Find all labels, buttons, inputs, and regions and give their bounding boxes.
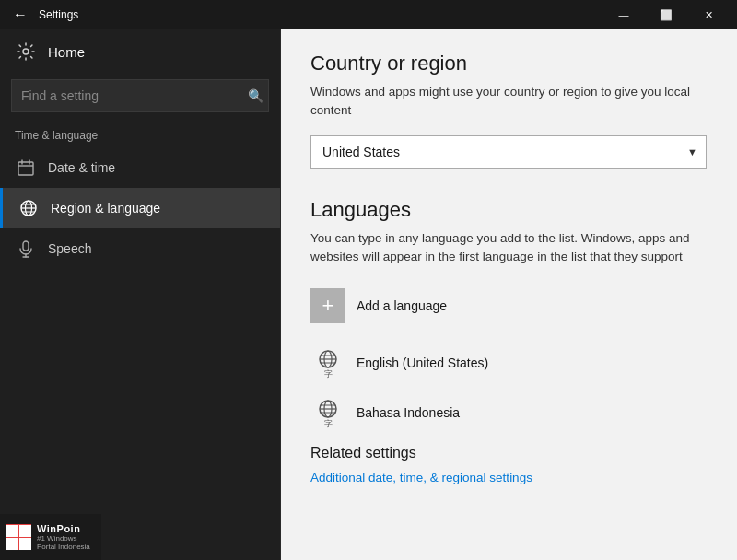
additional-date-time-link[interactable]: Additional date, time, & regional settin… bbox=[310, 471, 708, 484]
date-time-label: Date & time bbox=[48, 160, 115, 175]
watermark-text: WinPoin #1 Windows Portal Indonesia bbox=[37, 523, 96, 551]
add-language-button[interactable]: + Add a language bbox=[310, 281, 708, 331]
logo-icon bbox=[6, 524, 31, 550]
home-icon bbox=[15, 41, 37, 63]
sidebar-section-label: Time & language bbox=[0, 118, 280, 147]
add-icon: + bbox=[310, 288, 345, 323]
languages-desc: You can type in any language you add to … bbox=[310, 229, 708, 267]
country-dropdown[interactable]: United States Indonesia United Kingdom A… bbox=[310, 135, 707, 169]
close-button[interactable]: ✕ bbox=[687, 0, 730, 29]
minimize-button[interactable]: — bbox=[602, 0, 645, 29]
country-region-desc: Windows and apps might use your country … bbox=[310, 83, 708, 121]
app-body: Home 🔍 Time & language Date & time bbox=[0, 29, 737, 560]
watermark-name: WinPoin bbox=[37, 523, 96, 534]
sidebar-item-date-time[interactable]: Date & time bbox=[0, 147, 280, 188]
language-item-english[interactable]: 字 English (United States) bbox=[310, 338, 708, 388]
bahasa-language-icon: 字 bbox=[310, 395, 345, 430]
mic-icon bbox=[15, 238, 37, 260]
sidebar-item-region-language[interactable]: Region & language bbox=[0, 188, 280, 228]
related-settings-title: Related settings bbox=[310, 445, 708, 461]
main-panel: Country or region Windows and apps might… bbox=[281, 29, 737, 560]
sidebar: Home 🔍 Time & language Date & time bbox=[0, 29, 281, 560]
region-icon bbox=[18, 197, 40, 219]
home-label: Home bbox=[48, 44, 85, 60]
window-title: Settings bbox=[39, 8, 602, 21]
svg-text:字: 字 bbox=[324, 369, 333, 379]
sidebar-home[interactable]: Home bbox=[0, 29, 280, 74]
search-container: 🔍 bbox=[0, 74, 280, 118]
languages-title: Languages bbox=[310, 198, 708, 222]
calendar-icon bbox=[15, 157, 37, 179]
close-icon: ✕ bbox=[705, 9, 713, 21]
english-us-label: English (United States) bbox=[357, 356, 488, 370]
back-icon: ← bbox=[13, 6, 28, 23]
svg-text:字: 字 bbox=[324, 419, 333, 428]
sidebar-item-speech[interactable]: Speech bbox=[0, 228, 280, 269]
speech-label: Speech bbox=[48, 241, 91, 256]
maximize-icon: ⬜ bbox=[660, 9, 673, 21]
svg-rect-1 bbox=[18, 162, 33, 175]
search-input[interactable] bbox=[11, 79, 269, 112]
maximize-button[interactable]: ⬜ bbox=[645, 0, 687, 29]
search-icon[interactable]: 🔍 bbox=[248, 88, 263, 103]
svg-point-0 bbox=[23, 49, 29, 54]
watermark-subtitle: #1 Windows Portal Indonesia bbox=[37, 534, 96, 551]
region-language-label: Region & language bbox=[51, 201, 160, 216]
watermark: WinPoin #1 Windows Portal Indonesia bbox=[0, 514, 101, 560]
language-item-bahasa[interactable]: 字 Bahasa Indonesia bbox=[310, 388, 708, 438]
back-button[interactable]: ← bbox=[7, 2, 33, 28]
window-controls: — ⬜ ✕ bbox=[602, 0, 730, 29]
minimize-icon: — bbox=[619, 9, 629, 20]
add-language-label: Add a language bbox=[357, 298, 447, 313]
country-dropdown-container: United States Indonesia United Kingdom A… bbox=[310, 135, 708, 169]
bahasa-indonesia-label: Bahasa Indonesia bbox=[357, 405, 460, 420]
title-bar: ← Settings — ⬜ ✕ bbox=[0, 0, 737, 29]
country-region-title: Country or region bbox=[310, 52, 708, 76]
svg-rect-10 bbox=[23, 241, 29, 251]
english-language-icon: 字 bbox=[310, 345, 345, 380]
